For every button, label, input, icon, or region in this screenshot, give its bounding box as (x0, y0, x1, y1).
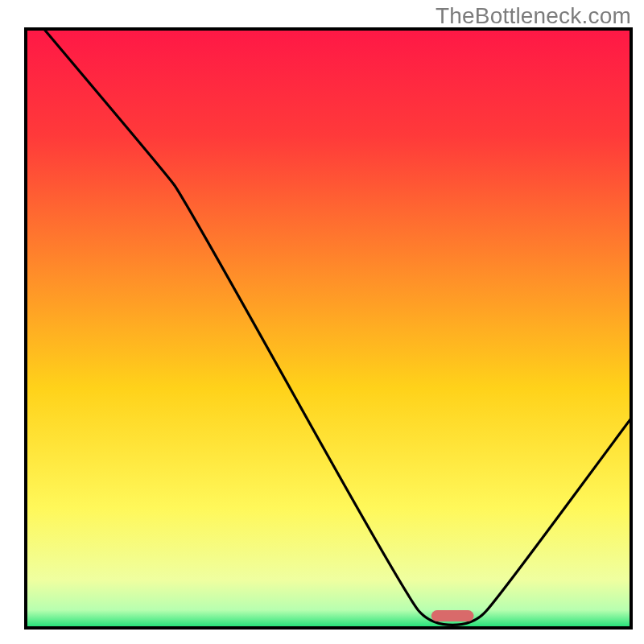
bottleneck-chart: TheBottleneck.com (0, 0, 644, 644)
chart-svg (0, 0, 644, 644)
watermark-text: TheBottleneck.com (436, 3, 631, 29)
optimal-marker (431, 610, 474, 621)
plot-background (26, 29, 631, 628)
